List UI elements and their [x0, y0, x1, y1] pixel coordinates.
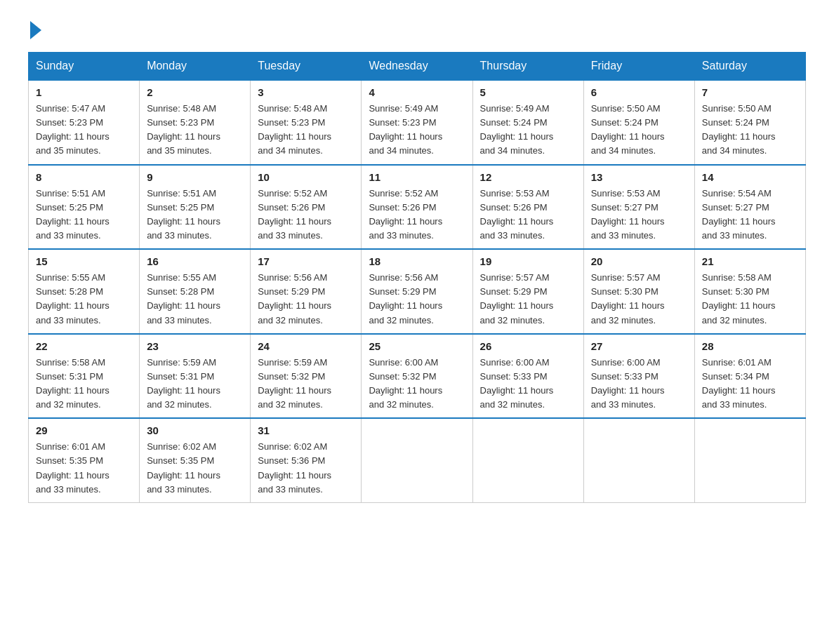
day-number: 12	[480, 171, 576, 183]
calendar-cell: 23 Sunrise: 5:59 AM Sunset: 5:31 PM Dayl…	[140, 334, 251, 419]
day-number: 26	[480, 340, 576, 352]
day-info: Sunrise: 5:51 AM Sunset: 5:25 PM Dayligh…	[36, 187, 132, 243]
calendar-cell: 3 Sunrise: 5:48 AM Sunset: 5:23 PM Dayli…	[251, 80, 362, 165]
day-info: Sunrise: 5:48 AM Sunset: 5:23 PM Dayligh…	[258, 102, 354, 159]
day-number: 2	[147, 86, 243, 98]
day-info: Sunrise: 6:00 AM Sunset: 5:33 PM Dayligh…	[591, 356, 687, 412]
day-number: 25	[369, 340, 465, 352]
header-monday: Monday	[140, 53, 251, 81]
calendar-cell: 24 Sunrise: 5:59 AM Sunset: 5:32 PM Dayl…	[251, 334, 362, 419]
day-info: Sunrise: 5:47 AM Sunset: 5:23 PM Dayligh…	[36, 102, 132, 159]
day-info: Sunrise: 5:56 AM Sunset: 5:29 PM Dayligh…	[258, 271, 354, 328]
day-info: Sunrise: 5:48 AM Sunset: 5:23 PM Dayligh…	[147, 102, 243, 159]
day-number: 27	[591, 340, 687, 352]
day-number: 31	[258, 424, 354, 436]
day-number: 29	[36, 424, 132, 436]
calendar-cell	[362, 418, 472, 502]
calendar-cell	[472, 418, 583, 502]
day-number: 13	[591, 171, 687, 183]
calendar-cell: 18 Sunrise: 5:56 AM Sunset: 5:29 PM Dayl…	[362, 249, 472, 334]
calendar-week-row: 22 Sunrise: 5:58 AM Sunset: 5:31 PM Dayl…	[29, 334, 806, 419]
header-sunday: Sunday	[29, 53, 140, 81]
day-number: 7	[702, 86, 798, 98]
calendar-cell: 10 Sunrise: 5:52 AM Sunset: 5:26 PM Dayl…	[251, 165, 362, 250]
day-number: 15	[36, 255, 132, 267]
calendar-cell: 7 Sunrise: 5:50 AM Sunset: 5:24 PM Dayli…	[694, 80, 805, 165]
header-tuesday: Tuesday	[251, 53, 362, 81]
calendar-week-row: 8 Sunrise: 5:51 AM Sunset: 5:25 PM Dayli…	[29, 165, 806, 250]
calendar-cell: 8 Sunrise: 5:51 AM Sunset: 5:25 PM Dayli…	[29, 165, 140, 250]
calendar-cell: 13 Sunrise: 5:53 AM Sunset: 5:27 PM Dayl…	[583, 165, 694, 250]
day-number: 14	[702, 171, 798, 183]
day-number: 23	[147, 340, 243, 352]
day-info: Sunrise: 5:53 AM Sunset: 5:27 PM Dayligh…	[591, 187, 687, 243]
day-number: 18	[369, 255, 465, 267]
day-info: Sunrise: 5:52 AM Sunset: 5:26 PM Dayligh…	[369, 187, 465, 243]
header-friday: Friday	[583, 53, 694, 81]
calendar-week-row: 15 Sunrise: 5:55 AM Sunset: 5:28 PM Dayl…	[29, 249, 806, 334]
calendar-cell: 15 Sunrise: 5:55 AM Sunset: 5:28 PM Dayl…	[29, 249, 140, 334]
day-number: 1	[36, 86, 132, 98]
calendar-week-row: 29 Sunrise: 6:01 AM Sunset: 5:35 PM Dayl…	[29, 418, 806, 502]
header-saturday: Saturday	[694, 53, 805, 81]
header-thursday: Thursday	[472, 53, 583, 81]
day-info: Sunrise: 5:57 AM Sunset: 5:30 PM Dayligh…	[591, 271, 687, 328]
day-number: 6	[591, 86, 687, 98]
calendar-cell: 19 Sunrise: 5:57 AM Sunset: 5:29 PM Dayl…	[472, 249, 583, 334]
day-number: 20	[591, 255, 687, 267]
day-info: Sunrise: 5:51 AM Sunset: 5:25 PM Dayligh…	[147, 187, 243, 243]
day-number: 9	[147, 171, 243, 183]
logo	[28, 21, 41, 38]
calendar-cell: 6 Sunrise: 5:50 AM Sunset: 5:24 PM Dayli…	[583, 80, 694, 165]
day-number: 30	[147, 424, 243, 436]
calendar-cell: 30 Sunrise: 6:02 AM Sunset: 5:35 PM Dayl…	[140, 418, 251, 502]
day-info: Sunrise: 5:50 AM Sunset: 5:24 PM Dayligh…	[591, 102, 687, 159]
day-number: 24	[258, 340, 354, 352]
day-number: 3	[258, 86, 354, 98]
day-info: Sunrise: 5:59 AM Sunset: 5:32 PM Dayligh…	[258, 356, 354, 412]
calendar-cell: 22 Sunrise: 5:58 AM Sunset: 5:31 PM Dayl…	[29, 334, 140, 419]
calendar-table: SundayMondayTuesdayWednesdayThursdayFrid…	[28, 52, 806, 503]
day-info: Sunrise: 5:52 AM Sunset: 5:26 PM Dayligh…	[258, 187, 354, 243]
day-info: Sunrise: 5:58 AM Sunset: 5:30 PM Dayligh…	[702, 271, 798, 328]
calendar-cell: 20 Sunrise: 5:57 AM Sunset: 5:30 PM Dayl…	[583, 249, 694, 334]
header-wednesday: Wednesday	[362, 53, 472, 81]
calendar-cell: 26 Sunrise: 6:00 AM Sunset: 5:33 PM Dayl…	[472, 334, 583, 419]
day-number: 19	[480, 255, 576, 267]
day-number: 28	[702, 340, 798, 352]
day-info: Sunrise: 5:55 AM Sunset: 5:28 PM Dayligh…	[147, 271, 243, 328]
calendar-cell: 16 Sunrise: 5:55 AM Sunset: 5:28 PM Dayl…	[140, 249, 251, 334]
calendar-cell: 9 Sunrise: 5:51 AM Sunset: 5:25 PM Dayli…	[140, 165, 251, 250]
day-info: Sunrise: 5:53 AM Sunset: 5:26 PM Dayligh…	[480, 187, 576, 243]
calendar-week-row: 1 Sunrise: 5:47 AM Sunset: 5:23 PM Dayli…	[29, 80, 806, 165]
calendar-cell: 5 Sunrise: 5:49 AM Sunset: 5:24 PM Dayli…	[472, 80, 583, 165]
day-info: Sunrise: 5:57 AM Sunset: 5:29 PM Dayligh…	[480, 271, 576, 328]
day-info: Sunrise: 6:00 AM Sunset: 5:32 PM Dayligh…	[369, 356, 465, 412]
day-number: 4	[369, 86, 465, 98]
day-info: Sunrise: 5:58 AM Sunset: 5:31 PM Dayligh…	[36, 356, 132, 412]
day-number: 8	[36, 171, 132, 183]
calendar-cell: 14 Sunrise: 5:54 AM Sunset: 5:27 PM Dayl…	[694, 165, 805, 250]
day-info: Sunrise: 6:00 AM Sunset: 5:33 PM Dayligh…	[480, 356, 576, 412]
calendar-cell: 1 Sunrise: 5:47 AM Sunset: 5:23 PM Dayli…	[29, 80, 140, 165]
day-info: Sunrise: 5:56 AM Sunset: 5:29 PM Dayligh…	[369, 271, 465, 328]
calendar-cell: 29 Sunrise: 6:01 AM Sunset: 5:35 PM Dayl…	[29, 418, 140, 502]
day-number: 22	[36, 340, 132, 352]
day-number: 16	[147, 255, 243, 267]
day-number: 21	[702, 255, 798, 267]
day-info: Sunrise: 6:01 AM Sunset: 5:34 PM Dayligh…	[702, 356, 798, 412]
calendar-cell: 4 Sunrise: 5:49 AM Sunset: 5:23 PM Dayli…	[362, 80, 472, 165]
day-info: Sunrise: 5:49 AM Sunset: 5:24 PM Dayligh…	[480, 102, 576, 159]
day-info: Sunrise: 5:54 AM Sunset: 5:27 PM Dayligh…	[702, 187, 798, 243]
logo-arrow-icon	[30, 21, 41, 39]
day-info: Sunrise: 5:55 AM Sunset: 5:28 PM Dayligh…	[36, 271, 132, 328]
calendar-cell: 25 Sunrise: 6:00 AM Sunset: 5:32 PM Dayl…	[362, 334, 472, 419]
calendar-cell: 11 Sunrise: 5:52 AM Sunset: 5:26 PM Dayl…	[362, 165, 472, 250]
day-number: 5	[480, 86, 576, 98]
calendar-cell: 31 Sunrise: 6:02 AM Sunset: 5:36 PM Dayl…	[251, 418, 362, 502]
calendar-cell: 12 Sunrise: 5:53 AM Sunset: 5:26 PM Dayl…	[472, 165, 583, 250]
day-info: Sunrise: 6:02 AM Sunset: 5:35 PM Dayligh…	[147, 440, 243, 497]
calendar-cell: 27 Sunrise: 6:00 AM Sunset: 5:33 PM Dayl…	[583, 334, 694, 419]
day-info: Sunrise: 5:50 AM Sunset: 5:24 PM Dayligh…	[702, 102, 798, 159]
day-info: Sunrise: 6:01 AM Sunset: 5:35 PM Dayligh…	[36, 440, 132, 497]
